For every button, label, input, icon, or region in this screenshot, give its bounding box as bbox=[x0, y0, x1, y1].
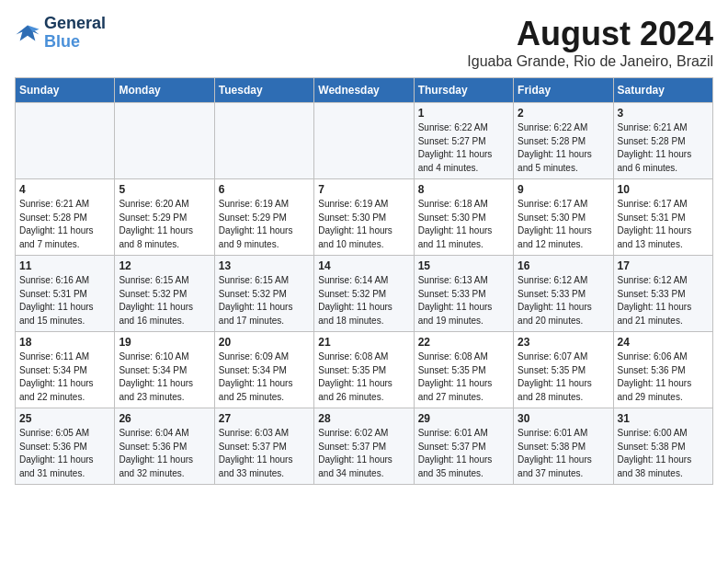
day-details: Sunrise: 6:02 AM Sunset: 5:37 PM Dayligh… bbox=[318, 427, 409, 480]
day-details: Sunrise: 6:01 AM Sunset: 5:37 PM Dayligh… bbox=[418, 427, 509, 480]
calendar-cell: 28Sunrise: 6:02 AM Sunset: 5:37 PM Dayli… bbox=[314, 408, 414, 485]
calendar-cell: 20Sunrise: 6:09 AM Sunset: 5:34 PM Dayli… bbox=[214, 332, 313, 408]
day-details: Sunrise: 6:14 AM Sunset: 5:32 PM Dayligh… bbox=[318, 274, 409, 327]
day-number: 12 bbox=[119, 259, 210, 272]
day-details: Sunrise: 6:21 AM Sunset: 5:28 PM Dayligh… bbox=[19, 198, 110, 251]
page-subtitle: Iguaba Grande, Rio de Janeiro, Brazil bbox=[467, 53, 713, 70]
day-number: 30 bbox=[518, 412, 609, 425]
day-details: Sunrise: 6:07 AM Sunset: 5:35 PM Dayligh… bbox=[518, 350, 609, 404]
day-number: 4 bbox=[19, 183, 110, 196]
column-header-sunday: Sunday bbox=[16, 78, 115, 103]
day-details: Sunrise: 6:12 AM Sunset: 5:33 PM Dayligh… bbox=[618, 274, 709, 327]
calendar-cell: 1Sunrise: 6:22 AM Sunset: 5:27 PM Daylig… bbox=[414, 103, 513, 179]
day-details: Sunrise: 6:19 AM Sunset: 5:29 PM Dayligh… bbox=[219, 198, 310, 251]
calendar-cell bbox=[16, 103, 115, 179]
day-number: 22 bbox=[418, 336, 509, 349]
day-details: Sunrise: 6:17 AM Sunset: 5:30 PM Dayligh… bbox=[518, 198, 609, 251]
calendar-cell: 6Sunrise: 6:19 AM Sunset: 5:29 PM Daylig… bbox=[214, 179, 313, 256]
column-header-thursday: Thursday bbox=[414, 78, 513, 103]
day-number: 9 bbox=[518, 183, 609, 196]
day-number: 5 bbox=[119, 183, 210, 196]
calendar-cell: 8Sunrise: 6:18 AM Sunset: 5:30 PM Daylig… bbox=[414, 179, 513, 256]
day-number: 15 bbox=[418, 259, 509, 272]
calendar-cell: 4Sunrise: 6:21 AM Sunset: 5:28 PM Daylig… bbox=[16, 179, 115, 256]
day-details: Sunrise: 6:12 AM Sunset: 5:33 PM Dayligh… bbox=[518, 274, 609, 327]
calendar-cell: 16Sunrise: 6:12 AM Sunset: 5:33 PM Dayli… bbox=[514, 256, 613, 332]
day-number: 21 bbox=[318, 336, 409, 349]
day-number: 3 bbox=[618, 107, 709, 120]
day-number: 17 bbox=[618, 259, 709, 272]
day-details: Sunrise: 6:18 AM Sunset: 5:30 PM Dayligh… bbox=[418, 198, 509, 251]
calendar-cell: 12Sunrise: 6:15 AM Sunset: 5:32 PM Dayli… bbox=[115, 256, 214, 332]
calendar-cell: 22Sunrise: 6:08 AM Sunset: 5:35 PM Dayli… bbox=[414, 332, 513, 408]
day-number: 27 bbox=[219, 412, 310, 425]
day-details: Sunrise: 6:08 AM Sunset: 5:35 PM Dayligh… bbox=[418, 350, 509, 404]
day-details: Sunrise: 6:06 AM Sunset: 5:36 PM Dayligh… bbox=[618, 350, 709, 404]
day-number: 29 bbox=[418, 412, 509, 425]
day-number: 16 bbox=[518, 259, 609, 272]
day-details: Sunrise: 6:01 AM Sunset: 5:38 PM Dayligh… bbox=[518, 427, 609, 480]
calendar-cell: 9Sunrise: 6:17 AM Sunset: 5:30 PM Daylig… bbox=[514, 179, 613, 256]
day-details: Sunrise: 6:20 AM Sunset: 5:29 PM Dayligh… bbox=[119, 198, 210, 251]
week-row-3: 11Sunrise: 6:16 AM Sunset: 5:31 PM Dayli… bbox=[16, 256, 713, 332]
calendar-cell: 25Sunrise: 6:05 AM Sunset: 5:36 PM Dayli… bbox=[16, 408, 115, 485]
day-number: 26 bbox=[119, 412, 210, 425]
day-number: 18 bbox=[19, 336, 110, 349]
calendar-cell: 18Sunrise: 6:11 AM Sunset: 5:34 PM Dayli… bbox=[16, 332, 115, 408]
day-number: 1 bbox=[418, 107, 509, 120]
day-number: 11 bbox=[19, 259, 110, 272]
calendar-header-row: SundayMondayTuesdayWednesdayThursdayFrid… bbox=[16, 78, 713, 103]
logo-bird-icon bbox=[15, 20, 40, 46]
week-row-4: 18Sunrise: 6:11 AM Sunset: 5:34 PM Dayli… bbox=[16, 332, 713, 408]
day-details: Sunrise: 6:09 AM Sunset: 5:34 PM Dayligh… bbox=[219, 350, 310, 404]
column-header-saturday: Saturday bbox=[613, 78, 712, 103]
calendar-cell bbox=[214, 103, 313, 179]
calendar-cell: 14Sunrise: 6:14 AM Sunset: 5:32 PM Dayli… bbox=[314, 256, 414, 332]
day-details: Sunrise: 6:10 AM Sunset: 5:34 PM Dayligh… bbox=[119, 350, 210, 404]
day-details: Sunrise: 6:13 AM Sunset: 5:33 PM Dayligh… bbox=[418, 274, 509, 327]
calendar-table: SundayMondayTuesdayWednesdayThursdayFrid… bbox=[15, 77, 713, 485]
day-details: Sunrise: 6:00 AM Sunset: 5:38 PM Dayligh… bbox=[618, 427, 709, 480]
day-number: 14 bbox=[318, 259, 409, 272]
logo: General Blue bbox=[15, 15, 106, 52]
day-number: 13 bbox=[219, 259, 310, 272]
week-row-2: 4Sunrise: 6:21 AM Sunset: 5:28 PM Daylig… bbox=[16, 179, 713, 256]
day-number: 10 bbox=[618, 183, 709, 196]
calendar-cell: 23Sunrise: 6:07 AM Sunset: 5:35 PM Dayli… bbox=[514, 332, 613, 408]
day-number: 19 bbox=[119, 336, 210, 349]
day-number: 31 bbox=[618, 412, 709, 425]
day-details: Sunrise: 6:17 AM Sunset: 5:31 PM Dayligh… bbox=[618, 198, 709, 251]
day-number: 2 bbox=[518, 107, 609, 120]
calendar-cell: 31Sunrise: 6:00 AM Sunset: 5:38 PM Dayli… bbox=[613, 408, 712, 485]
page-title: August 2024 bbox=[467, 15, 713, 53]
day-number: 24 bbox=[618, 336, 709, 349]
day-details: Sunrise: 6:11 AM Sunset: 5:34 PM Dayligh… bbox=[19, 350, 110, 404]
day-number: 7 bbox=[318, 183, 409, 196]
week-row-5: 25Sunrise: 6:05 AM Sunset: 5:36 PM Dayli… bbox=[16, 408, 713, 485]
calendar-cell: 27Sunrise: 6:03 AM Sunset: 5:37 PM Dayli… bbox=[214, 408, 313, 485]
day-details: Sunrise: 6:15 AM Sunset: 5:32 PM Dayligh… bbox=[119, 274, 210, 327]
day-details: Sunrise: 6:16 AM Sunset: 5:31 PM Dayligh… bbox=[19, 274, 110, 327]
day-number: 6 bbox=[219, 183, 310, 196]
calendar-cell: 7Sunrise: 6:19 AM Sunset: 5:30 PM Daylig… bbox=[314, 179, 414, 256]
day-details: Sunrise: 6:05 AM Sunset: 5:36 PM Dayligh… bbox=[19, 427, 110, 480]
logo-text: General Blue bbox=[44, 15, 106, 52]
calendar-cell bbox=[115, 103, 214, 179]
day-number: 25 bbox=[19, 412, 110, 425]
calendar-cell: 15Sunrise: 6:13 AM Sunset: 5:33 PM Dayli… bbox=[414, 256, 513, 332]
svg-marker-0 bbox=[16, 25, 39, 40]
day-details: Sunrise: 6:15 AM Sunset: 5:32 PM Dayligh… bbox=[219, 274, 310, 327]
calendar-cell: 26Sunrise: 6:04 AM Sunset: 5:36 PM Dayli… bbox=[115, 408, 214, 485]
calendar-cell bbox=[314, 103, 414, 179]
calendar-cell: 17Sunrise: 6:12 AM Sunset: 5:33 PM Dayli… bbox=[613, 256, 712, 332]
day-number: 20 bbox=[219, 336, 310, 349]
day-number: 8 bbox=[418, 183, 509, 196]
calendar-cell: 2Sunrise: 6:22 AM Sunset: 5:28 PM Daylig… bbox=[514, 103, 613, 179]
page-header: General Blue August 2024 Iguaba Grande, … bbox=[15, 15, 713, 70]
day-number: 28 bbox=[318, 412, 409, 425]
day-details: Sunrise: 6:04 AM Sunset: 5:36 PM Dayligh… bbox=[119, 427, 210, 480]
calendar-cell: 29Sunrise: 6:01 AM Sunset: 5:37 PM Dayli… bbox=[414, 408, 513, 485]
title-block: August 2024 Iguaba Grande, Rio de Janeir… bbox=[467, 15, 713, 70]
calendar-cell: 5Sunrise: 6:20 AM Sunset: 5:29 PM Daylig… bbox=[115, 179, 214, 256]
column-header-wednesday: Wednesday bbox=[314, 78, 414, 103]
